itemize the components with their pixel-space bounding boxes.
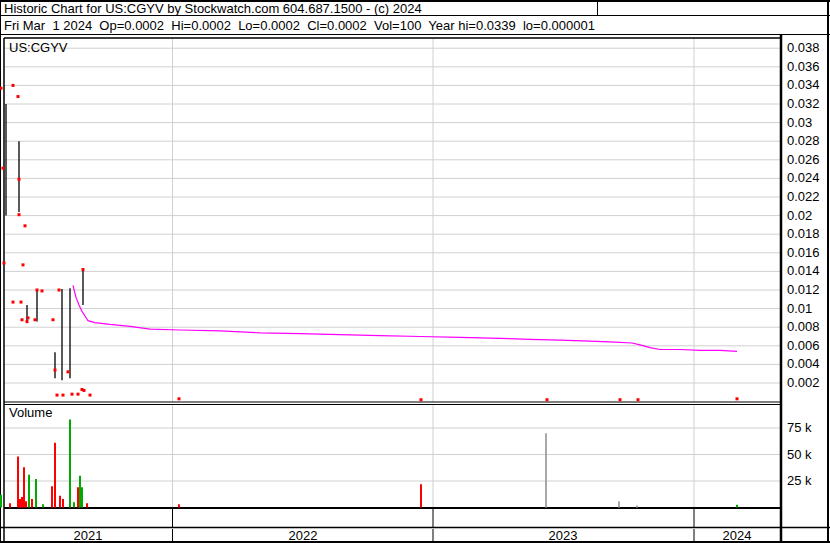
price-tick-label: 0.006 [787,339,820,353]
close-dot [52,318,55,321]
price-tick-label: 0.03 [787,116,812,130]
price-tick-label: 0.032 [787,97,820,111]
chart-canvas [0,0,830,543]
stock-chart-page: Historic Chart for US:CGYV by Stockwatch… [0,0,830,543]
close-dot [18,213,21,216]
close-dot [54,368,57,371]
close-dot [12,301,15,304]
close-dot [24,224,27,227]
price-tick-label: 0.016 [787,246,820,260]
price-tick-label: 0.024 [787,171,820,185]
close-dot [34,318,37,321]
symbol-label: US:CGYV [9,41,68,54]
close-dot [0,87,3,90]
close-dot [17,95,20,98]
price-tick-label: 0.002 [787,376,820,390]
close-dot [22,263,25,266]
year-label: 2022 [263,529,343,542]
close-dot [178,397,181,400]
close-dot [83,389,86,392]
close-dot [18,178,21,181]
close-dot [67,370,70,373]
close-dot [420,398,423,401]
close-dot [637,398,640,401]
price-tick-label: 0.014 [787,264,820,278]
year-label: 2021 [48,529,128,542]
volume-tick-label: 75 k [787,421,812,435]
price-tick-label: 0.036 [787,60,820,74]
close-dot [36,289,39,292]
price-tick-label: 0.02 [787,209,812,223]
price-tick-label: 0.004 [787,357,820,371]
volume-tick-label: 25 k [787,474,812,488]
close-dot [56,394,59,397]
price-tick-label: 0.038 [787,41,820,55]
price-tick-label: 0.026 [787,153,820,167]
close-dot [20,301,23,304]
close-dot [2,167,5,170]
close-dot [62,394,65,397]
year-label: 2023 [523,529,603,542]
close-dot [736,397,739,400]
price-tick-label: 0.01 [787,302,812,316]
price-tick-label: 0.018 [787,227,820,241]
close-dot [546,398,549,401]
close-dot [89,394,92,397]
close-dot [12,84,15,87]
close-dot [77,393,80,396]
close-dot [82,268,85,271]
price-tick-label: 0.034 [787,78,820,92]
price-tick-label: 0.008 [787,320,820,334]
volume-tick-label: 50 k [787,448,812,462]
close-dot [71,393,74,396]
close-dot [27,316,30,319]
close-dot [3,262,6,265]
price-tick-label: 0.012 [787,283,820,297]
close-dot [41,289,44,292]
price-tick-label: 0.028 [787,134,820,148]
close-dot [58,289,61,292]
close-dot [21,318,24,321]
price-tick-label: 0.022 [787,190,820,204]
close-dot [619,398,622,401]
year-label: 2024 [697,529,777,542]
volume-panel-label: Volume [9,406,52,419]
close-dot [26,320,29,323]
